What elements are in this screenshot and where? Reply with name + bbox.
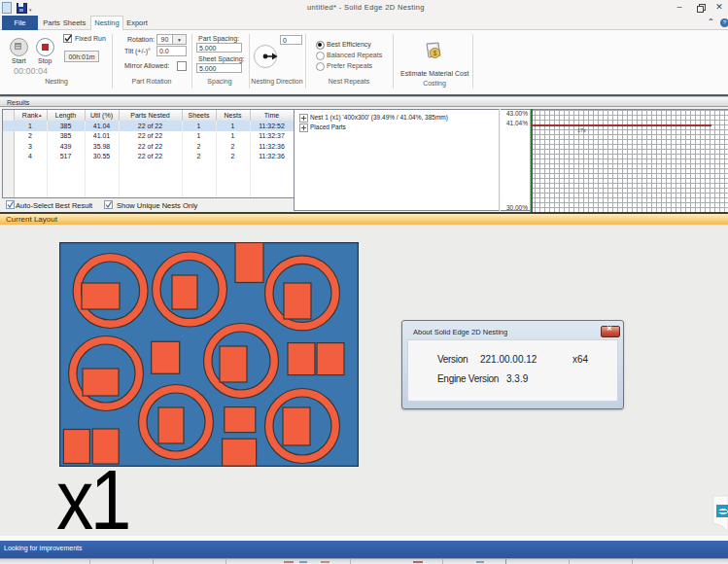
- svg-text:$: $: [433, 50, 437, 56]
